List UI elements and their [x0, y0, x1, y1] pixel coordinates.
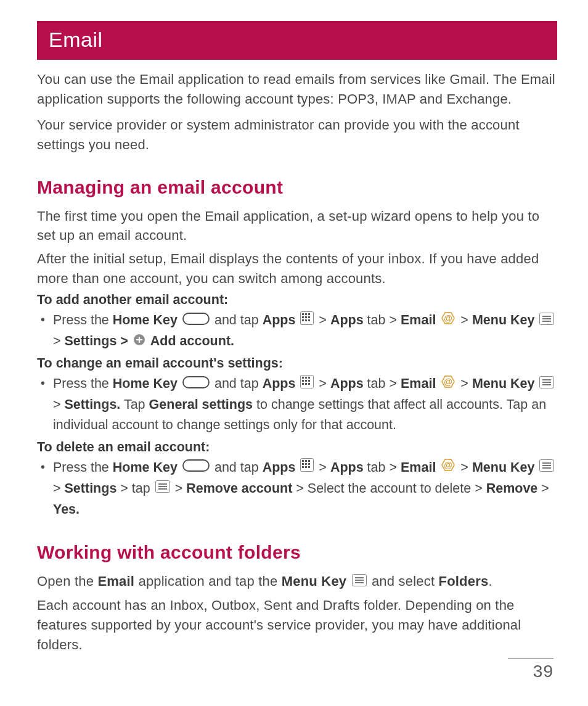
svg-rect-41 [308, 460, 310, 462]
text: application and tap the [134, 573, 282, 589]
svg-text:@: @ [444, 313, 453, 323]
yes-label: Yes. [53, 502, 80, 517]
svg-text:@: @ [444, 460, 453, 470]
settings-label: Settings > [65, 334, 132, 348]
menu-key-icon [539, 458, 554, 478]
home-key-icon [182, 311, 210, 331]
section1-p2: After the initial setup, Email displays … [37, 249, 557, 289]
apps-grid-icon [300, 311, 314, 331]
svg-rect-9 [305, 319, 307, 321]
svg-rect-42 [302, 463, 304, 465]
text: > tap [116, 481, 153, 496]
email-at-icon: @ [441, 374, 455, 395]
section-heading-folders: Working with account folders [37, 542, 557, 563]
separator: > [319, 313, 330, 327]
bullet-list-change: Press the Home Key and tap Apps > Apps t… [37, 374, 557, 436]
bullet-list-add: Press the Home Key and tap Apps > Apps t… [37, 310, 557, 352]
text: tab > [364, 376, 401, 391]
svg-rect-4 [308, 313, 310, 315]
svg-rect-29 [305, 383, 307, 385]
apps-grid-icon [300, 374, 314, 395]
apps-tab-label: Apps [330, 313, 364, 327]
home-key-icon [182, 374, 210, 395]
email-at-icon: @ [441, 458, 455, 478]
separator: > [53, 397, 65, 412]
apps-label: Apps [263, 376, 296, 391]
menu-key-icon [352, 572, 367, 592]
apps-tab-label: Apps [330, 376, 364, 391]
section2-p2: Each account has an Inbox, Outbox, Sent … [37, 596, 557, 655]
page-number-rule [508, 659, 553, 659]
subheader-delete-account: To delete an email account: [37, 440, 557, 455]
svg-rect-28 [302, 383, 304, 385]
svg-rect-39 [302, 460, 304, 462]
svg-rect-44 [308, 463, 310, 465]
separator: > [53, 334, 65, 348]
settings-label: Settings. [65, 397, 121, 412]
text: Press the [53, 460, 113, 475]
text: Open the [37, 573, 97, 589]
svg-rect-0 [183, 313, 209, 324]
email-label: Email [401, 460, 436, 475]
text: Press the [53, 313, 113, 327]
menu-key-icon [539, 374, 554, 395]
svg-rect-20 [183, 377, 209, 388]
menu-key-label: Menu Key [282, 573, 347, 589]
section1-p1: The first time you open the Email applic… [37, 207, 557, 246]
text: . [488, 573, 492, 589]
home-key-label: Home Key [113, 376, 178, 391]
svg-rect-40 [305, 460, 307, 462]
separator: > [319, 376, 330, 391]
svg-rect-47 [308, 466, 310, 468]
text: > Select the account to delete > [292, 481, 486, 496]
manual-page: Email You can use the Email application … [0, 0, 588, 706]
menu-key-label: Menu Key [472, 460, 535, 475]
svg-rect-8 [302, 319, 304, 321]
section-heading-managing: Managing an email account [37, 177, 557, 198]
svg-rect-27 [308, 380, 310, 382]
separator: > [53, 481, 65, 496]
svg-rect-2 [302, 313, 304, 315]
section2-p1: Open the Email application and tap the M… [37, 572, 557, 592]
svg-rect-37 [183, 460, 209, 471]
svg-rect-3 [305, 313, 307, 315]
svg-rect-26 [305, 380, 307, 382]
email-label: Email [401, 376, 436, 391]
text: and tap [214, 313, 263, 327]
menu-key-label: Menu Key [472, 313, 535, 327]
add-plus-icon [133, 332, 145, 352]
separator: > [537, 481, 549, 496]
svg-text:@: @ [444, 377, 453, 387]
page-number-block: 39 [508, 659, 553, 681]
svg-rect-30 [308, 383, 310, 385]
home-key-icon [182, 458, 210, 478]
intro-paragraph-2: Your service provider or system administ… [37, 115, 557, 155]
remove-account-label: Remove account [186, 481, 292, 496]
text: Press the [53, 376, 113, 391]
svg-rect-5 [302, 316, 304, 318]
text: and tap [214, 460, 263, 475]
separator: > [460, 313, 472, 327]
intro-paragraph-1: You can use the Email application to rea… [37, 70, 557, 109]
folders-label: Folders [439, 573, 489, 589]
svg-rect-43 [305, 463, 307, 465]
email-label: Email [401, 313, 436, 327]
menu-key-label: Menu Key [472, 376, 535, 391]
page-title: Email [37, 21, 557, 60]
separator: > [319, 460, 330, 475]
separator: > [175, 481, 187, 496]
text: and tap [214, 376, 263, 391]
home-key-label: Home Key [113, 313, 178, 327]
subheader-add-account: To add another email account: [37, 292, 557, 308]
add-account-label: Add account. [150, 334, 234, 348]
bullet-list-delete: Press the Home Key and tap Apps > Apps t… [37, 458, 557, 520]
svg-rect-46 [305, 466, 307, 468]
bullet-delete-account: Press the Home Key and tap Apps > Apps t… [37, 458, 557, 520]
page-number: 39 [508, 662, 553, 681]
separator: > [460, 460, 472, 475]
svg-rect-22 [302, 377, 304, 379]
bullet-add-account: Press the Home Key and tap Apps > Apps t… [37, 310, 557, 352]
subheader-change-settings: To change an email account's settings: [37, 356, 557, 371]
email-label: Email [97, 573, 134, 589]
svg-rect-45 [302, 466, 304, 468]
